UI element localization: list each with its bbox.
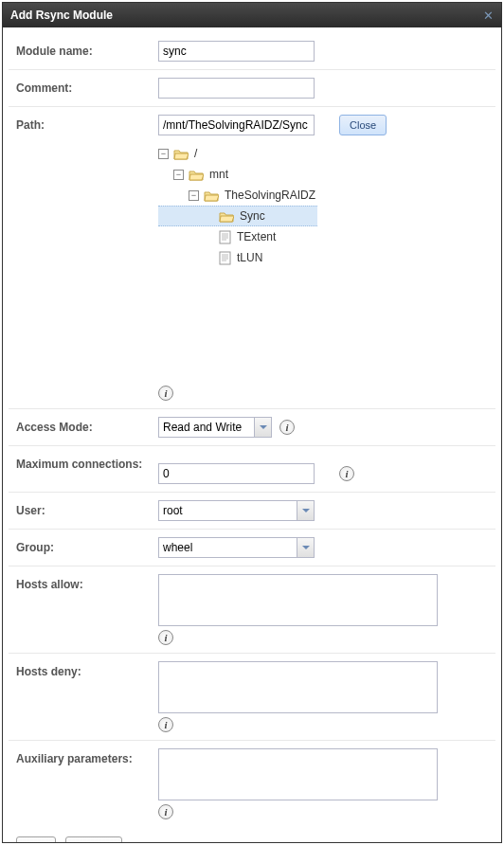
path-tree: − / − mnt [158,143,317,382]
form-content: Module name: Comment: Path: Close − [3,27,501,842]
label-aux-params: Auxiliary parameters: [16,748,158,765]
info-icon[interactable]: i [158,717,173,732]
group-value: wheel [163,541,192,554]
tree-node-raidz[interactable]: − TheSolvingRAIDZ [158,185,317,206]
ok-button[interactable]: OK [16,836,56,842]
label-max-connections: Maximum connections: [16,454,158,471]
hosts-allow-input[interactable] [158,574,438,626]
tree-label: mnt [207,168,230,181]
close-tree-button[interactable]: Close [339,115,387,135]
info-icon[interactable]: i [339,466,354,481]
tree-label: TheSolvingRAIDZ [223,189,317,202]
aux-params-input[interactable] [158,748,438,800]
row-hosts-deny: Hosts deny: i [9,654,495,741]
chevron-down-icon [297,538,314,557]
row-user: User: root [9,493,495,530]
access-mode-select[interactable]: Read and Write [158,417,272,438]
folder-open-icon [219,210,234,223]
tree-node-sync[interactable]: Sync [158,206,317,226]
file-icon [219,230,231,244]
user-value: root [163,504,183,517]
label-path: Path: [16,115,158,132]
info-icon[interactable]: i [158,804,173,819]
label-access-mode: Access Mode: [16,417,158,434]
tree-node-textent[interactable]: TExtent [158,226,317,247]
row-access-mode: Access Mode: Read and Write i [9,409,495,446]
module-name-input[interactable] [158,41,315,62]
label-module-name: Module name: [16,41,158,58]
tree-label: TExtent [235,230,278,243]
tree-label: / [192,147,199,160]
access-mode-value: Read and Write [163,421,242,434]
label-hosts-deny: Hosts deny: [16,661,158,678]
folder-open-icon [189,169,204,181]
row-aux-params: Auxiliary parameters: i [9,741,495,827]
collapse-icon[interactable]: − [173,170,184,180]
info-icon[interactable]: i [279,420,295,435]
info-icon[interactable]: i [158,386,173,401]
titlebar: Add Rsync Module ✕ [3,3,501,27]
label-hosts-allow: Hosts allow: [16,574,158,591]
chevron-down-icon [254,418,271,437]
tree-label: tLUN [235,251,264,264]
row-comment: Comment: [9,70,495,107]
collapse-icon[interactable]: − [189,190,199,201]
collapse-icon[interactable]: − [158,149,169,159]
button-row: OK Cancel [9,827,495,842]
row-max-connections: Maximum connections: i [9,446,495,493]
tree-label: Sync [238,209,267,223]
max-connections-input[interactable] [158,463,315,484]
tree-node-mnt[interactable]: − mnt [158,164,317,185]
group-select[interactable]: wheel [158,537,315,558]
user-select[interactable]: root [158,500,315,521]
row-path: Path: Close − / − [9,107,495,409]
hosts-deny-input[interactable] [158,661,438,713]
folder-open-icon [204,189,219,202]
label-group: Group: [16,537,158,554]
row-module-name: Module name: [9,33,495,70]
folder-open-icon [173,148,189,160]
path-input[interactable] [158,115,315,135]
tree-node-tlun[interactable]: tLUN [158,247,317,268]
row-group: Group: wheel [9,530,495,566]
dialog-window: Add Rsync Module ✕ Module name: Comment:… [2,2,502,843]
info-icon[interactable]: i [158,630,173,645]
window-title: Add Rsync Module [10,9,113,22]
file-icon [219,251,231,265]
cancel-button[interactable]: Cancel [65,836,122,842]
chevron-down-icon [297,501,314,520]
row-hosts-allow: Hosts allow: i [9,566,495,654]
label-comment: Comment: [16,78,158,95]
comment-input[interactable] [158,78,315,99]
close-icon[interactable]: ✕ [483,9,494,23]
tree-node-root[interactable]: − / [158,143,317,164]
label-user: User: [16,500,158,517]
